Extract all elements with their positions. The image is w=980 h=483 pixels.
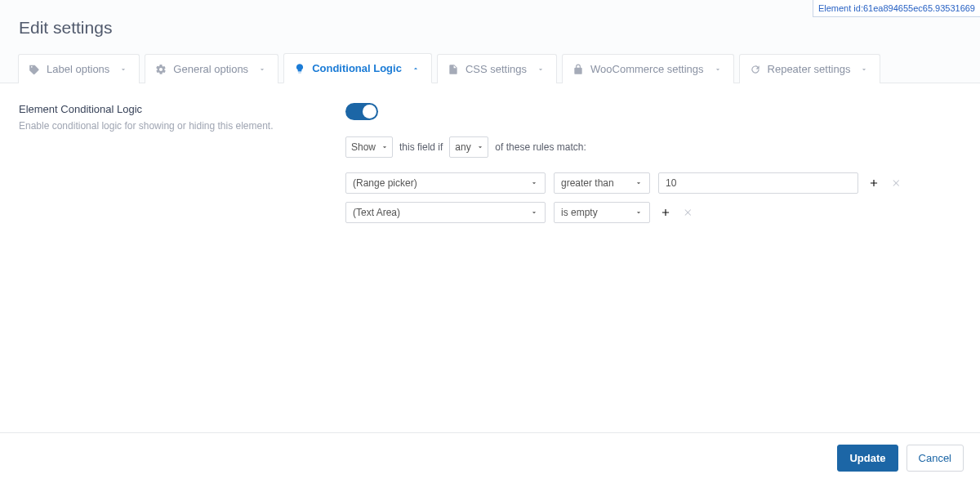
content: Element Conditional Logic Enable conditi… bbox=[0, 83, 980, 223]
chevron-down-icon bbox=[537, 65, 545, 74]
chevron-down-icon bbox=[530, 208, 538, 217]
add-rule-button[interactable] bbox=[658, 205, 673, 220]
action-select-value: Show bbox=[351, 141, 376, 153]
tab-label: General options bbox=[173, 63, 248, 75]
tab-label: WooCommerce settings bbox=[590, 63, 703, 75]
conditional-logic-toggle[interactable] bbox=[345, 103, 378, 120]
setting-control-col: Show this field if any of these rules ma… bbox=[345, 103, 961, 223]
chevron-down-icon bbox=[530, 179, 538, 187]
lock-icon bbox=[572, 64, 584, 75]
cancel-button[interactable]: Cancel bbox=[906, 445, 964, 472]
chevron-down-icon bbox=[381, 143, 389, 151]
refresh-icon bbox=[750, 64, 761, 75]
remove-rule-button[interactable] bbox=[681, 205, 696, 220]
file-icon bbox=[448, 64, 459, 75]
toggle-knob bbox=[363, 105, 376, 119]
tab-label-options[interactable]: Label options bbox=[18, 54, 140, 83]
rule-row: (Range picker) greater than bbox=[345, 172, 961, 194]
chevron-up-icon bbox=[412, 65, 420, 73]
setting-label-col: Element Conditional Logic Enable conditi… bbox=[19, 103, 345, 223]
rule-field-value: (Range picker) bbox=[353, 177, 525, 189]
tab-css-settings[interactable]: CSS settings bbox=[437, 54, 557, 83]
element-id-text: Element id:61ea894655ec65.93531669 bbox=[818, 3, 975, 13]
chevron-down-icon bbox=[635, 208, 643, 217]
element-id-box: Element id:61ea894655ec65.93531669 bbox=[813, 0, 980, 17]
setting-help: Enable conditional logic for showing or … bbox=[19, 120, 345, 132]
rule-field-value: (Text Area) bbox=[353, 207, 525, 218]
tab-label: Label options bbox=[47, 63, 109, 75]
setting-label: Element Conditional Logic bbox=[19, 103, 345, 115]
tag-icon bbox=[29, 64, 40, 75]
match-select-value: any bbox=[455, 141, 470, 153]
rule-sentence: Show this field if any of these rules ma… bbox=[345, 136, 961, 158]
rule-condition-select[interactable]: is empty bbox=[554, 202, 650, 223]
gear-icon bbox=[155, 64, 167, 75]
rule-field-select[interactable]: (Text Area) bbox=[345, 202, 546, 223]
lightbulb-icon bbox=[294, 63, 305, 74]
rule-condition-value: greater than bbox=[561, 177, 630, 189]
chevron-down-icon bbox=[860, 65, 868, 74]
chevron-down-icon bbox=[476, 143, 484, 151]
chevron-down-icon bbox=[714, 65, 722, 74]
remove-rule-button[interactable] bbox=[889, 176, 904, 190]
add-rule-button[interactable] bbox=[866, 176, 881, 190]
tab-label: CSS settings bbox=[466, 63, 527, 75]
rule-condition-select[interactable]: greater than bbox=[554, 172, 650, 194]
rule-value-input[interactable] bbox=[658, 172, 858, 194]
tab-conditional-logic[interactable]: Conditional Logic bbox=[283, 53, 432, 83]
update-button[interactable]: Update bbox=[837, 445, 898, 472]
tab-woocommerce-settings[interactable]: WooCommerce settings bbox=[562, 54, 733, 83]
tabs: Label options General options Conditiona… bbox=[0, 52, 980, 83]
tab-label: Conditional Logic bbox=[312, 62, 402, 74]
tab-label: Repeater settings bbox=[768, 63, 851, 75]
rule-condition-value: is empty bbox=[561, 207, 630, 218]
rule-row: (Text Area) is empty bbox=[345, 202, 961, 223]
sentence-mid: this field if bbox=[399, 141, 443, 153]
chevron-down-icon bbox=[258, 65, 266, 74]
sentence-end: of these rules match: bbox=[495, 141, 586, 153]
action-select[interactable]: Show bbox=[345, 136, 393, 158]
tab-repeater-settings[interactable]: Repeater settings bbox=[739, 54, 881, 83]
footer: Update Cancel bbox=[0, 432, 980, 483]
match-select[interactable]: any bbox=[449, 136, 488, 158]
chevron-down-icon bbox=[119, 65, 127, 74]
rules-list: (Range picker) greater than bbox=[345, 172, 961, 223]
rule-field-select[interactable]: (Range picker) bbox=[345, 172, 546, 194]
chevron-down-icon bbox=[635, 179, 643, 187]
tab-general-options[interactable]: General options bbox=[145, 54, 278, 83]
